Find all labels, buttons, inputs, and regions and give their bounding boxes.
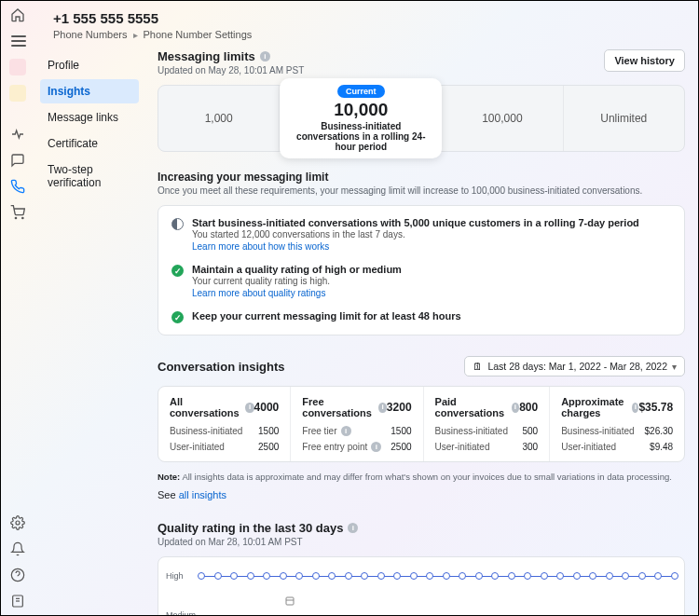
info-icon[interactable]: i <box>245 403 254 413</box>
series-point <box>312 572 320 580</box>
series-point <box>214 572 222 580</box>
current-limit-value: 10,000 <box>334 101 388 120</box>
check-circle-icon: ✓ <box>171 311 184 323</box>
info-icon[interactable]: i <box>341 426 351 436</box>
series-point <box>541 572 548 580</box>
increase-limit-title: Increasing your messaging limit <box>158 171 685 184</box>
report-icon[interactable] <box>9 593 26 609</box>
date-range-selector[interactable]: 🗓 Last 28 days: Mar 1, 2022 - Mar 28, 20… <box>464 356 685 376</box>
tab-certificate[interactable]: Certificate <box>40 131 139 156</box>
info-icon[interactable]: i <box>632 403 638 413</box>
y-axis-high: High <box>166 571 184 581</box>
series-point <box>295 572 303 580</box>
messaging-limits-updated: Updated on May 28, 10:01 AM PST <box>158 65 304 75</box>
breadcrumb-current: Phone Number Settings <box>144 29 253 40</box>
workspace-pink-icon[interactable] <box>9 59 26 75</box>
activity-icon[interactable] <box>9 126 26 143</box>
all-insights-link[interactable]: all insights <box>179 489 226 500</box>
conversation-insights-title: Conversation insights <box>158 360 285 374</box>
breadcrumb-phone-numbers[interactable]: Phone Numbers <box>53 29 128 40</box>
quality-rating-updated: Updated on Mar 28, 10:01 AM PST <box>158 537 685 547</box>
see-all-insights: See all insights <box>158 489 685 500</box>
tab-profile[interactable]: Profile <box>40 53 139 77</box>
series-point <box>377 572 385 580</box>
workspace-yellow-icon[interactable] <box>9 85 26 102</box>
series-point <box>589 572 596 580</box>
chevron-right-icon: ▸ <box>133 30 138 40</box>
limit-tier-1000: 1,000 <box>158 86 280 151</box>
insights-approximate-charges: Approximate chargesi $35.78 Business-ini… <box>550 387 684 461</box>
increase-requirements-card: Start business-initiated conversations w… <box>158 205 685 335</box>
view-history-button[interactable]: View history <box>604 49 685 72</box>
home-icon[interactable] <box>9 7 26 23</box>
series-point <box>345 572 352 580</box>
bell-icon[interactable] <box>9 541 26 557</box>
current-limit-desc: Business-initiated conversations in a ro… <box>295 121 426 152</box>
quality-rating-title: Quality rating in the last 30 days i <box>158 521 685 535</box>
insights-paid-conversations: Paid conversationsi 800 Business-initiat… <box>424 387 551 461</box>
tab-insights[interactable]: Insights <box>40 79 139 103</box>
cart-icon[interactable] <box>9 204 26 221</box>
series-point <box>247 572 254 580</box>
series-point <box>654 572 662 580</box>
series-point <box>638 572 646 580</box>
series-line <box>201 576 675 577</box>
limit-tier-unlimited: Unlimited <box>564 86 684 151</box>
gear-icon[interactable] <box>9 514 26 531</box>
breadcrumb: Phone Numbers ▸ Phone Number Settings <box>53 29 679 40</box>
help-icon[interactable] <box>9 567 26 583</box>
series-point <box>622 572 629 580</box>
calendar-icon: 🗓 <box>473 361 483 372</box>
series-point <box>280 572 287 580</box>
y-axis-medium: Medium <box>166 610 196 615</box>
svg-point-0 <box>15 217 16 218</box>
series-point <box>198 572 205 580</box>
expand-icon[interactable] <box>284 595 295 609</box>
increase-limit-desc: Once you meet all these requirements, yo… <box>158 185 685 196</box>
limit-tier-current: Current 10,000 Business-initiated conver… <box>280 78 442 158</box>
messaging-limits-title: Messaging limits i <box>158 49 304 63</box>
insights-free-conversations: Free conversationsi 3200 Free tier i1500… <box>291 387 423 461</box>
learn-more-quality-link[interactable]: Learn more about quality ratings <box>192 288 325 298</box>
page-header: +1 555 555 5555 Phone Numbers ▸ Phone Nu… <box>34 1 698 46</box>
series-point <box>573 572 581 580</box>
insights-note: Note: All insights data is approximate a… <box>158 472 685 482</box>
series-point <box>524 572 531 580</box>
req-quality-rating: ✓ Maintain a quality rating of high or m… <box>171 264 671 299</box>
learn-more-conversations-link[interactable]: Learn more about how this works <box>192 241 329 252</box>
series-point <box>459 572 466 580</box>
current-badge: Current <box>337 85 385 98</box>
series-point <box>361 572 368 580</box>
tab-two-step[interactable]: Two-step verification <box>40 157 139 195</box>
half-circle-icon <box>171 218 184 230</box>
series-point <box>671 572 678 580</box>
series-point <box>263 572 270 580</box>
tab-message-links[interactable]: Message links <box>40 105 139 130</box>
info-icon[interactable]: i <box>512 403 519 413</box>
series-point <box>475 572 483 580</box>
series-point <box>443 572 450 580</box>
page-title: +1 555 555 5555 <box>53 10 679 26</box>
info-icon[interactable]: i <box>378 403 386 413</box>
info-icon[interactable]: i <box>260 51 270 62</box>
series-point <box>426 572 433 580</box>
series-point <box>230 572 238 580</box>
info-icon[interactable]: i <box>371 442 381 452</box>
left-rail <box>1 1 34 615</box>
req-unique-customers: Start business-initiated conversations w… <box>171 217 671 253</box>
series-point <box>491 572 499 580</box>
series-point <box>556 572 564 580</box>
limit-tier-100000: 100,000 <box>442 86 563 151</box>
req-keep-limit: ✓ Keep your current messaging limit for … <box>171 310 671 323</box>
settings-sidebar: Profile Insights Message links Certifica… <box>34 46 144 615</box>
chat-icon[interactable] <box>9 152 26 169</box>
messaging-limits-bar: 1,000 Current 10,000 Business-initiated … <box>158 85 685 152</box>
svg-rect-8 <box>286 597 294 605</box>
check-circle-icon: ✓ <box>171 265 184 277</box>
series-point <box>328 572 336 580</box>
phone-icon[interactable] <box>9 178 26 195</box>
menu-icon[interactable] <box>9 33 26 49</box>
info-icon[interactable]: i <box>348 523 358 533</box>
quality-rating-chart: High Medium Low <box>158 556 685 615</box>
svg-point-1 <box>22 217 23 218</box>
